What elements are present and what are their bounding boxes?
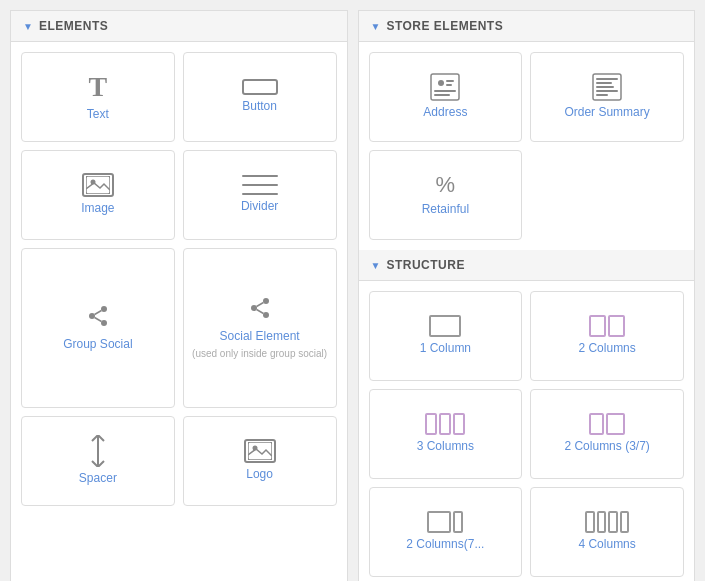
store-chevron-icon: ▼ [371, 21, 381, 32]
social-element-icon [248, 296, 272, 325]
structure-header: ▼ STRUCTURE [359, 250, 695, 281]
svg-point-16 [438, 80, 444, 86]
3-columns-icon [425, 413, 465, 435]
element-order-summary[interactable]: Order Summary [530, 52, 684, 142]
svg-rect-25 [596, 90, 618, 92]
element-retainful[interactable]: % Retainful [369, 150, 523, 240]
element-address[interactable]: Address [369, 52, 523, 142]
element-1-column-label: 1 Column [420, 341, 471, 357]
element-2-columns-37-label: 2 Columns (3/7) [564, 439, 649, 455]
spacer-icon [88, 435, 108, 467]
element-4-columns[interactable]: 4 Columns [530, 487, 684, 577]
svg-rect-22 [596, 78, 618, 80]
element-2-columns[interactable]: 2 Columns [530, 291, 684, 381]
svg-point-2 [101, 306, 107, 312]
svg-rect-24 [596, 86, 614, 88]
element-group-social-label: Group Social [63, 337, 132, 353]
element-social-element-label: Social Element [220, 329, 300, 345]
svg-rect-15 [431, 74, 459, 100]
svg-line-6 [94, 310, 101, 314]
element-2-columns-label: 2 Columns [578, 341, 635, 357]
svg-point-7 [263, 298, 269, 304]
element-2-columns-7-label: 2 Columns(7... [406, 537, 484, 553]
svg-line-10 [256, 310, 263, 314]
svg-rect-0 [86, 176, 110, 194]
elements-panel: ▼ ELEMENTS T Text Button Image [10, 10, 348, 581]
svg-point-4 [101, 320, 107, 326]
element-4-columns-label: 4 Columns [578, 537, 635, 553]
structure-title: STRUCTURE [386, 258, 465, 272]
element-3-columns-label: 3 Columns [417, 439, 474, 455]
address-icon [430, 73, 460, 101]
element-1-column[interactable]: 1 Column [369, 291, 523, 381]
logo-icon [244, 439, 276, 463]
element-retainful-label: Retainful [422, 202, 469, 218]
element-social-element-sublabel: (used only inside group social) [192, 347, 327, 360]
svg-rect-23 [596, 82, 612, 84]
svg-rect-19 [434, 90, 456, 92]
element-order-summary-label: Order Summary [564, 105, 649, 121]
element-image[interactable]: Image [21, 150, 175, 240]
element-spacer-label: Spacer [79, 471, 117, 487]
elements-grid: T Text Button Image [11, 42, 347, 516]
group-social-icon [86, 304, 110, 333]
store-elements-grid: Address Order Summary % Retainful [359, 42, 695, 250]
svg-rect-13 [248, 442, 272, 460]
svg-line-5 [94, 317, 101, 321]
order-summary-icon [592, 73, 622, 101]
element-image-label: Image [81, 201, 114, 217]
2-columns-icon [589, 315, 625, 337]
element-address-label: Address [423, 105, 467, 121]
right-panel: ▼ STORE ELEMENTS Address [358, 10, 696, 581]
structure-chevron-icon: ▼ [371, 260, 381, 271]
element-button[interactable]: Button [183, 52, 337, 142]
element-divider-label: Divider [241, 199, 278, 215]
svg-rect-26 [596, 94, 608, 96]
1-column-icon [429, 315, 461, 337]
svg-rect-18 [446, 84, 452, 86]
divider-icon [242, 175, 278, 195]
elements-header: ▼ ELEMENTS [11, 11, 347, 42]
svg-rect-20 [434, 94, 450, 96]
elements-title: ELEMENTS [39, 19, 108, 33]
element-text-label: Text [87, 107, 109, 123]
element-logo-label: Logo [246, 467, 273, 483]
image-icon [82, 173, 114, 197]
element-button-label: Button [242, 99, 277, 115]
element-2-columns-37[interactable]: 2 Columns (3/7) [530, 389, 684, 479]
svg-point-3 [89, 313, 95, 319]
structure-grid: 1 Column 2 Columns 3 Columns [359, 281, 695, 581]
text-icon: T [82, 71, 114, 103]
button-icon [242, 79, 278, 95]
element-social-element[interactable]: Social Element (used only inside group s… [183, 248, 337, 408]
retainful-icon: % [436, 172, 456, 198]
element-text[interactable]: T Text [21, 52, 175, 142]
store-elements-title: STORE ELEMENTS [386, 19, 503, 33]
2-columns-37-icon [589, 413, 625, 435]
4-columns-icon [585, 511, 629, 533]
svg-point-8 [251, 305, 257, 311]
svg-rect-17 [446, 80, 454, 82]
element-3-columns[interactable]: 3 Columns [369, 389, 523, 479]
svg-line-11 [256, 303, 263, 307]
element-spacer[interactable]: Spacer [21, 416, 175, 506]
svg-point-9 [263, 312, 269, 318]
store-elements-header: ▼ STORE ELEMENTS [359, 11, 695, 42]
element-group-social[interactable]: Group Social [21, 248, 175, 408]
elements-chevron-icon: ▼ [23, 21, 33, 32]
element-2-columns-7[interactable]: 2 Columns(7... [369, 487, 523, 577]
element-logo[interactable]: Logo [183, 416, 337, 506]
2-columns-7-icon [427, 511, 463, 533]
element-divider[interactable]: Divider [183, 150, 337, 240]
